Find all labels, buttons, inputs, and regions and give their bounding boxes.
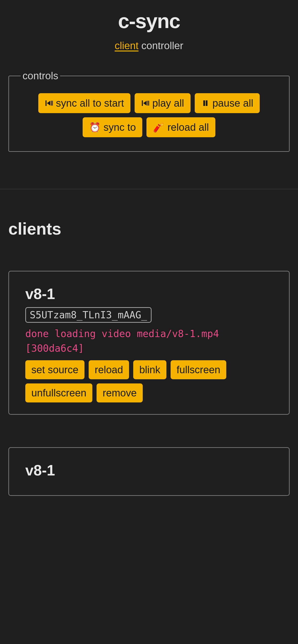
client-card: v8-1 [8,447,290,496]
controls-legend: controls [21,70,60,82]
pause-icon [201,99,210,107]
alarm-clock-icon: ⏰ [89,122,101,133]
controls-button-row: sync all to start play all pause all ⏰ s… [16,93,282,137]
section-divider [0,189,298,189]
reload-all-button[interactable]: 🧨 reload all [146,117,215,137]
set-source-button[interactable]: set source [25,360,85,379]
play-all-button[interactable]: play all [135,93,191,113]
app-title: c-sync [5,9,293,33]
sync-all-button[interactable]: sync all to start [38,93,130,113]
skip-play-pause-icon [45,99,53,107]
fullscreen-button[interactable]: fullscreen [171,360,226,379]
clients-heading: clients [8,219,290,238]
subtitle-rest: controller [139,40,183,51]
subtitle: client controller [5,40,293,52]
controls-fieldset: controls sync all to start play all paus… [8,70,290,152]
dynamite-icon: 🧨 [153,122,165,133]
client-status-text: done loading video media/v8-1.mp4 [300da… [25,326,273,356]
client-link[interactable]: client [115,40,139,51]
client-card: v8-1 S5UTzam8_TLnI3_mAAG_ done loading v… [8,271,290,415]
header: c-sync client controller [0,0,298,56]
client-name: v8-1 [25,285,273,302]
unfullscreen-button[interactable]: unfullscreen [25,384,92,402]
remove-button[interactable]: remove [97,384,143,402]
reload-button[interactable]: reload [89,360,129,379]
clients-section: clients v8-1 S5UTzam8_TLnI3_mAAG_ done l… [0,219,298,496]
client-id-badge: S5UTzam8_TLnI3_mAAG_ [25,307,152,323]
skip-play-pause-icon [141,99,149,107]
pause-all-button[interactable]: pause all [195,93,260,113]
sync-to-button[interactable]: ⏰ sync to [83,117,142,137]
client-name: v8-1 [25,462,273,479]
blink-button[interactable]: blink [133,360,166,379]
client-button-row: set source reload blink fullscreen unful… [25,360,273,402]
